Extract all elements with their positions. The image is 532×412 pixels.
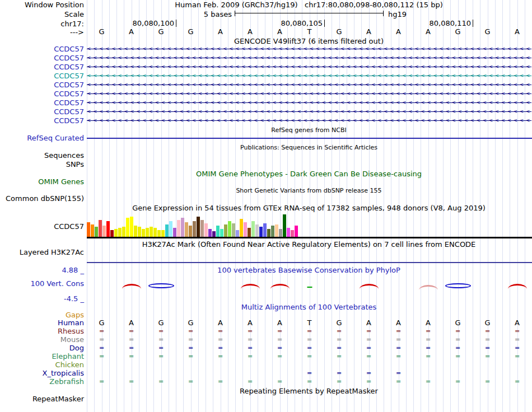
gtex-expression-bar[interactable]	[216, 226, 220, 237]
gtex-expression-bar[interactable]	[161, 230, 165, 237]
gtex-expression-bar[interactable]	[248, 228, 251, 237]
gene-model-row[interactable]: <<<<<<<<<<<<<<<<<<<<<<<<<<<<<<<<<<<<<<<<…	[87, 108, 531, 115]
gene-model-row[interactable]: <<<<<<<<<<<<<<<<<<<<<<<<<<<<<<<<<<<<<<<<…	[87, 63, 531, 71]
species-label-dog[interactable]: Dog	[0, 344, 84, 352]
alignment-identity-mark: =	[277, 378, 282, 385]
gene-label-ccdc57[interactable]: CCDC57	[0, 117, 84, 124]
chromosome-label: chr17:	[0, 20, 84, 27]
gene-model-row[interactable]: <<<<<<<<<<<<<<<<<<<<<<<<<<<<<<<<<<<<<<<<…	[87, 54, 531, 62]
species-label-rhesus[interactable]: Rhesus	[0, 327, 84, 335]
gtex-expression-bar[interactable]	[142, 229, 145, 237]
gtex-expression-bar[interactable]	[130, 217, 133, 237]
gene-label-ccdc57[interactable]: CCDC57	[0, 99, 84, 106]
gtex-expression-bar[interactable]	[146, 228, 149, 237]
h3k27ac-label[interactable]: Layered H3K27Ac	[0, 249, 84, 256]
gtex-expression-bar[interactable]	[251, 221, 255, 237]
gtex-expression-bar[interactable]	[236, 230, 239, 237]
gene-label-ccdc57[interactable]: CCDC57	[0, 45, 84, 53]
gtex-expression-bar[interactable]	[263, 223, 267, 237]
gtex-gene-label[interactable]: CCDC57	[0, 223, 84, 230]
dbsnp-label[interactable]: Common dbSNP(155)	[0, 195, 84, 202]
gtex-expression-bar[interactable]	[177, 220, 180, 237]
gtex-expression-bar[interactable]	[150, 227, 153, 237]
gtex-expression-bar[interactable]	[153, 228, 157, 237]
species-label-human[interactable]: Human	[0, 319, 84, 326]
gtex-expression-bar[interactable]	[255, 224, 259, 237]
gtex-expression-bar[interactable]	[200, 220, 204, 237]
gtex-expression-bar[interactable]	[208, 229, 212, 237]
gtex-expression-bar[interactable]	[95, 227, 98, 237]
gtex-expression-bar[interactable]	[259, 227, 263, 237]
species-label-x-tropicalis[interactable]: X_tropicalis	[0, 369, 84, 377]
gene-model-row[interactable]: <<<<<<<<<<<<<<<<<<<<<<<<<<<<<<<<<<<<<<<<…	[87, 90, 531, 97]
species-label-chicken[interactable]: Chicken	[0, 361, 84, 368]
refseq-curated-label[interactable]: RefSeq Curated	[0, 134, 84, 142]
gtex-expression-bar[interactable]	[197, 217, 200, 237]
gtex-expression-bar[interactable]	[279, 229, 282, 237]
gtex-expression-bar[interactable]	[114, 229, 118, 237]
gtex-expression-bar[interactable]	[169, 221, 172, 237]
gene-label-ccdc57[interactable]: CCDC57	[0, 108, 84, 115]
gtex-expression-bar[interactable]	[275, 224, 278, 237]
gtex-expression-bar[interactable]	[118, 228, 122, 237]
gtex-expression-bar[interactable]	[91, 224, 94, 237]
refseq-gene-bar[interactable]	[87, 138, 532, 139]
gtex-expression-bar[interactable]	[244, 222, 247, 237]
scale-label: Scale	[0, 11, 84, 18]
gtex-expression-bar[interactable]	[134, 226, 137, 237]
base-letter: A	[426, 28, 431, 35]
gene-label-ccdc57[interactable]: CCDC57	[0, 63, 84, 71]
gene-model-row[interactable]: <<<<<<<<<<<<<<<<<<<<<<<<<<<<<<<<<<<<<<<<…	[87, 117, 531, 124]
gtex-expression-bar[interactable]	[212, 231, 216, 237]
gene-label-ccdc57[interactable]: CCDC57	[0, 81, 84, 88]
gtex-expression-bar[interactable]	[126, 218, 129, 237]
gtex-expression-bar[interactable]	[185, 222, 188, 237]
alignment-identity-mark: =	[396, 369, 401, 377]
gtex-expression-bar[interactable]	[102, 226, 106, 237]
gtex-expression-bar[interactable]	[110, 230, 114, 237]
gene-label-ccdc57[interactable]: CCDC57	[0, 90, 84, 97]
alignment-identity-mark: =	[455, 378, 460, 385]
gene-label-ccdc57[interactable]: CCDC57	[0, 54, 84, 62]
gene-model-row[interactable]: <<<<<<<<<<<<<<<<<<<<<<<<<<<<<<<<<<<<<<<<…	[87, 81, 531, 88]
gtex-expression-bar[interactable]	[193, 221, 196, 237]
gtex-expression-bar[interactable]	[240, 219, 243, 237]
alignment-base: T	[307, 319, 312, 326]
gene-label-ccdc57[interactable]: CCDC57	[0, 72, 84, 79]
gtex-expression-bar[interactable]	[204, 223, 208, 237]
species-label-elephant[interactable]: Elephant	[0, 353, 84, 360]
gene-model-row[interactable]: <<<<<<<<<<<<<<<<<<<<<<<<<<<<<<<<<<<<<<<<…	[87, 72, 531, 79]
gtex-expression-bar[interactable]	[157, 230, 161, 237]
species-label-zebrafish[interactable]: Zebrafish	[0, 378, 84, 385]
gtex-expression-bar[interactable]	[295, 226, 298, 237]
gtex-expression-bar[interactable]	[287, 228, 290, 237]
conservation-label[interactable]: 100 Vert. Cons	[0, 280, 84, 287]
sequences-label[interactable]: Sequences	[0, 152, 84, 159]
alignment-identity-mark: =	[277, 336, 282, 343]
gtex-expression-bar[interactable]	[267, 229, 270, 237]
snps-label[interactable]: SNPs	[0, 161, 84, 168]
gtex-expression-bar[interactable]	[165, 224, 169, 237]
dbsnp-track-title: Short Genetic Variants from dbSNP releas…	[87, 188, 531, 194]
gtex-expression-bar[interactable]	[181, 218, 184, 237]
gtex-expression-bar[interactable]	[271, 226, 274, 237]
gtex-expression-bar[interactable]	[283, 214, 286, 237]
omim-genes-label[interactable]: OMIM Genes	[0, 178, 84, 185]
gtex-expression-bar[interactable]	[122, 227, 125, 237]
repeatmasker-label[interactable]: RepeatMasker	[0, 395, 84, 402]
gtex-expression-bar[interactable]	[291, 230, 294, 237]
gtex-expression-bar[interactable]	[138, 227, 141, 237]
gtex-expression-bar[interactable]	[220, 229, 223, 237]
gtex-expression-bar[interactable]	[99, 220, 102, 237]
gtex-expression-bar[interactable]	[228, 221, 231, 237]
gtex-expression-bar[interactable]	[87, 222, 90, 237]
gtex-expression-bar[interactable]	[224, 224, 227, 237]
gtex-expression-bar[interactable]	[173, 228, 176, 237]
gtex-expression-bar[interactable]	[106, 221, 110, 237]
gtex-expression-bar[interactable]	[232, 223, 235, 237]
gene-model-row[interactable]: <<<<<<<<<<<<<<<<<<<<<<<<<<<<<<<<<<<<<<<<…	[87, 99, 531, 106]
gaps-label[interactable]: Gaps	[0, 311, 84, 319]
gene-model-row[interactable]: <<<<<<<<<<<<<<<<<<<<<<<<<<<<<<<<<<<<<<<<…	[87, 45, 531, 53]
species-label-mouse[interactable]: Mouse	[0, 336, 84, 343]
gtex-expression-bar[interactable]	[189, 226, 192, 237]
